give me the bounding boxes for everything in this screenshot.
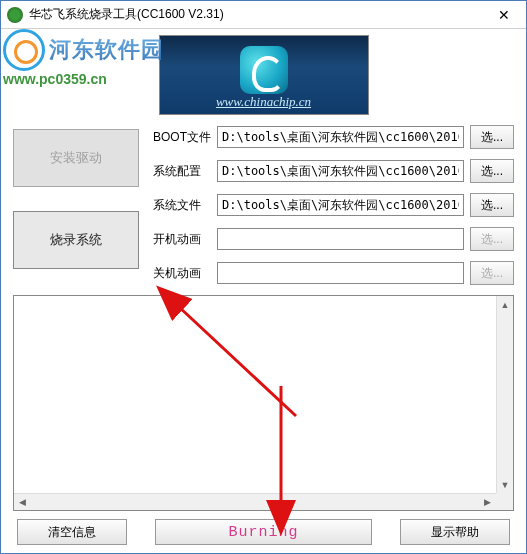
show-help-button[interactable]: 显示帮助 [400,519,510,545]
clear-log-button[interactable]: 清空信息 [17,519,127,545]
log-textarea[interactable]: ▲ ▼ ◀ ▶ [13,295,514,511]
sysconfig-label: 系统配置 [153,163,211,180]
chinachip-logo-icon [240,46,288,94]
boot-anim-label: 开机动画 [153,231,211,248]
burning-button[interactable]: Burning [155,519,372,545]
boot-anim-input[interactable] [217,228,464,250]
titlebar: 华芯飞系统烧录工具(CC1600 V2.31) ✕ [1,1,526,29]
scrollbar-corner [496,493,513,510]
install-driver-button[interactable]: 安装驱动 [13,129,139,187]
field-row-sysfile: 系统文件 选... [153,193,514,217]
scroll-right-icon[interactable]: ▶ [479,494,496,510]
boot-file-browse-button[interactable]: 选... [470,125,514,149]
burn-system-button[interactable]: 烧录系统 [13,211,139,269]
brand-banner: www.chinachip.cn [159,35,369,115]
scroll-left-icon[interactable]: ◀ [14,494,31,510]
close-button[interactable]: ✕ [482,2,526,28]
window-title: 华芯飞系统烧录工具(CC1600 V2.31) [29,6,482,23]
field-row-sysconfig: 系统配置 选... [153,159,514,183]
boot-file-label: BOOT文件 [153,129,211,146]
shutdown-anim-browse-button[interactable]: 选... [470,261,514,285]
boot-anim-browse-button[interactable]: 选... [470,227,514,251]
scroll-up-icon[interactable]: ▲ [497,296,513,313]
sysconfig-browse-button[interactable]: 选... [470,159,514,183]
sysfile-input[interactable] [217,194,464,216]
field-row-shutdown-anim: 关机动画 选... [153,261,514,285]
sysfile-browse-button[interactable]: 选... [470,193,514,217]
field-row-boot: BOOT文件 选... [153,125,514,149]
shutdown-anim-input[interactable] [217,262,464,284]
vertical-scrollbar[interactable]: ▲ ▼ [496,296,513,493]
boot-file-input[interactable] [217,126,464,148]
scroll-down-icon[interactable]: ▼ [497,476,513,493]
banner-url: www.chinachip.cn [216,94,311,110]
shutdown-anim-label: 关机动画 [153,265,211,282]
field-row-boot-anim: 开机动画 选... [153,227,514,251]
horizontal-scrollbar[interactable]: ◀ ▶ [14,493,496,510]
sysconfig-input[interactable] [217,160,464,182]
sysfile-label: 系统文件 [153,197,211,214]
app-icon [7,7,23,23]
